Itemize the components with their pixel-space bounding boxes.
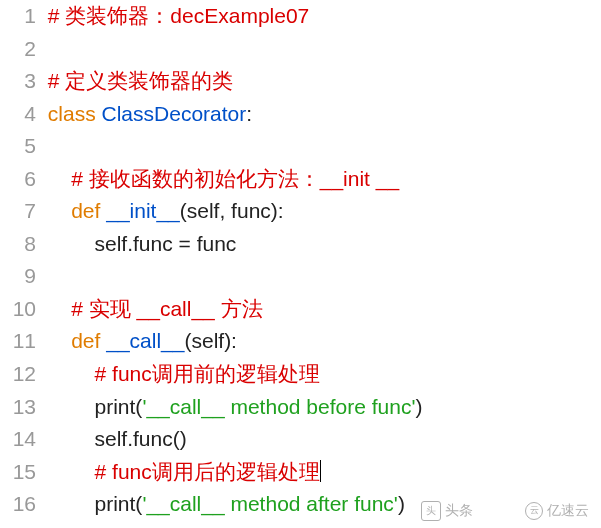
code-token: ) bbox=[398, 492, 405, 515]
code-line: 5 bbox=[0, 130, 601, 163]
code-token: (self, func): bbox=[180, 199, 284, 222]
code-line: 8 self.func = func bbox=[0, 228, 601, 261]
code-token: # 定义类装饰器的类 bbox=[48, 69, 234, 92]
text-cursor bbox=[320, 460, 321, 482]
code-line: 12 # func调用前的逻辑处理 bbox=[0, 358, 601, 391]
code-line: 1 # 类装饰器：decExample07 bbox=[0, 0, 601, 33]
code-token: '__call__ method after func' bbox=[142, 492, 398, 515]
line-number: 5 bbox=[0, 130, 42, 163]
line-number: 14 bbox=[0, 423, 42, 456]
code-line: 7 def __init__(self, func): bbox=[0, 195, 601, 228]
code-token: # 实现 __call__ 方法 bbox=[71, 297, 262, 320]
line-number: 6 bbox=[0, 163, 42, 196]
code-token: ) bbox=[415, 395, 422, 418]
code-line: 14 self.func() bbox=[0, 423, 601, 456]
code-line: 4 class ClassDecorator: bbox=[0, 98, 601, 131]
watermark-left-text: 头条 bbox=[445, 500, 473, 522]
code-line: 3 # 定义类装饰器的类 bbox=[0, 65, 601, 98]
line-number: 15 bbox=[0, 456, 42, 489]
line-number: 8 bbox=[0, 228, 42, 261]
code-token: print( bbox=[48, 492, 143, 515]
watermark-right-text: 亿速云 bbox=[547, 500, 589, 522]
line-number: 11 bbox=[0, 325, 42, 358]
line-number: 3 bbox=[0, 65, 42, 98]
cloud-icon: 云 bbox=[525, 502, 543, 520]
code-token: __call__ bbox=[106, 329, 184, 352]
code-token: def bbox=[71, 329, 106, 352]
line-number: 4 bbox=[0, 98, 42, 131]
code-token: self.func() bbox=[48, 427, 187, 450]
code-token: '__call__ method before func' bbox=[142, 395, 415, 418]
code-token bbox=[48, 167, 71, 190]
code-token bbox=[48, 460, 95, 483]
code-token: __init__ bbox=[106, 199, 180, 222]
code-token bbox=[48, 199, 71, 222]
code-token bbox=[48, 329, 71, 352]
code-token: (self): bbox=[184, 329, 237, 352]
code-line: 15 # func调用后的逻辑处理 bbox=[0, 456, 601, 489]
code-line: 6 # 接收函数的初始化方法：__init __ bbox=[0, 163, 601, 196]
code-line: 9 bbox=[0, 260, 601, 293]
line-number: 2 bbox=[0, 33, 42, 66]
code-token: print( bbox=[48, 395, 143, 418]
line-number: 13 bbox=[0, 391, 42, 424]
code-token: : bbox=[246, 102, 252, 125]
line-number: 16 bbox=[0, 488, 42, 521]
code-token: # func调用后的逻辑处理 bbox=[95, 460, 320, 483]
code-line: 2 bbox=[0, 33, 601, 66]
code-token: # 类装饰器：decExample07 bbox=[48, 4, 309, 27]
watermark-yisuyun: 云 亿速云 bbox=[525, 500, 589, 522]
code-line: 10 # 实现 __call__ 方法 bbox=[0, 293, 601, 326]
line-number: 7 bbox=[0, 195, 42, 228]
watermark-toutiao: 头 头条 bbox=[421, 500, 473, 522]
code-token: ClassDecorator bbox=[102, 102, 247, 125]
toutiao-icon: 头 bbox=[421, 501, 441, 521]
code-line: 13 print('__call__ method before func') bbox=[0, 391, 601, 424]
code-line: 11 def __call__(self): bbox=[0, 325, 601, 358]
code-editor: 1 # 类装饰器：decExample072 3 # 定义类装饰器的类4 cla… bbox=[0, 0, 601, 521]
code-token: def bbox=[71, 199, 106, 222]
code-token bbox=[48, 297, 71, 320]
code-token: # func调用前的逻辑处理 bbox=[95, 362, 320, 385]
code-token bbox=[48, 362, 95, 385]
line-number: 9 bbox=[0, 260, 42, 293]
code-token: self.func = func bbox=[48, 232, 237, 255]
line-number: 12 bbox=[0, 358, 42, 391]
line-number: 1 bbox=[0, 0, 42, 33]
code-line: 16 print('__call__ method after func') bbox=[0, 488, 601, 521]
code-token: # 接收函数的初始化方法：__init __ bbox=[71, 167, 399, 190]
line-number: 10 bbox=[0, 293, 42, 326]
code-token: class bbox=[48, 102, 102, 125]
